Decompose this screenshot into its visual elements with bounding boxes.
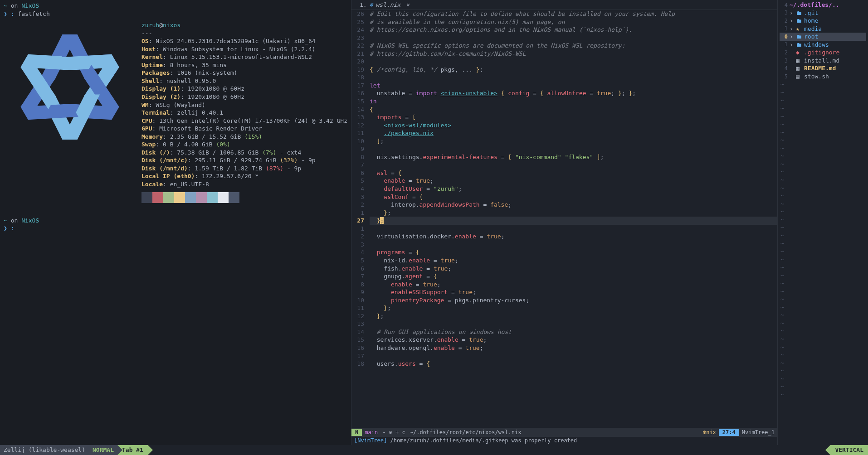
code-line[interactable] [370, 58, 777, 66]
info-row: Locale: en_US.UTF-8 [141, 180, 347, 189]
code-line[interactable]: # Run GUI applications on windows host [370, 328, 777, 336]
tree-item[interactable]: 2 ◆.gitignore [780, 48, 866, 57]
info-at: @ [159, 22, 163, 29]
message-tag: [NvimTree] [354, 437, 387, 444]
prompt-line-1: ~ on NixOS [4, 2, 347, 10]
info-user: zuruh [141, 22, 159, 29]
info-row: Display (2): 1920x1080 @ 60Hz [141, 93, 347, 101]
code-line[interactable]: { [370, 106, 777, 114]
color-palette [141, 192, 347, 203]
color-swatch [229, 192, 239, 203]
code-lines[interactable]: # Edit this configuration file to define… [368, 10, 777, 428]
editor-pane: 1. ❄ wsl.nix × 2625242322212019181716151… [351, 0, 868, 445]
info-row: Disk (/): 75.38 GiB / 1006.85 GiB (7%) -… [141, 149, 347, 157]
code-line[interactable] [370, 352, 777, 360]
info-row: Display (1): 1920x1080 @ 60Hz [141, 85, 347, 93]
prompt-on: on [7, 2, 21, 9]
fastfetch-info: zuruh@nixos --- OS: NixOS 24.05.2310.7dc… [141, 21, 347, 203]
tab-wsl-nix[interactable]: 1. ❄ wsl.nix × [355, 1, 414, 9]
info-row: Disk (/mnt/c): 295.11 GiB / 929.74 GiB (… [141, 156, 347, 165]
zellij-mode: NORMAL [89, 445, 117, 455]
info-row: Uptime: 8 hours, 35 mins [141, 61, 347, 69]
code-line[interactable]: }; [370, 217, 777, 225]
code-line[interactable]: # https://github.com/nix-community/NixOS… [370, 50, 777, 58]
code-line[interactable]: fish.enable = true; [370, 265, 777, 273]
tree-item[interactable]: 3 ▦install.md [780, 57, 866, 65]
info-row: Swap: 0 B / 4.00 GiB (0%) [141, 140, 347, 149]
code-line[interactable]: users.users = { [370, 360, 777, 368]
prompt-line-3: ~ on NixOS [4, 217, 347, 225]
code-line[interactable]: hardware.opengl.enable = true; [370, 344, 777, 352]
tree-item[interactable]: 2›🖿home [780, 17, 866, 25]
tree-header[interactable]: 4~/.dotfiles/.. [780, 1, 866, 9]
code-line[interactable] [370, 73, 777, 82]
git-status: - ⊙ + c [380, 429, 407, 436]
code-line[interactable]: # https://search.nixos.org/options and i… [370, 26, 777, 34]
editor-area: 1. ❄ wsl.nix × 2625242322212019181716151… [351, 0, 777, 445]
code-line[interactable]: virtualisation.docker.enable = true; [370, 232, 777, 241]
code-line[interactable]: enable = true; [370, 281, 777, 289]
code-line[interactable]: gnupg.agent = { [370, 272, 777, 281]
code-line[interactable]: pinentryPackage = pkgs.pinentry-curses; [370, 296, 777, 305]
code-line[interactable]: unstable = import <nixos-unstable> { con… [370, 89, 777, 97]
info-row: Shell: nushell 0.95.0 [141, 77, 347, 85]
code-line[interactable]: services.xserver.enable = true; [370, 336, 777, 344]
info-userhost: zuruh@nixos [141, 21, 347, 29]
tree-item[interactable]: 5 ▤stow.sh [780, 73, 866, 81]
close-icon[interactable]: × [406, 1, 410, 9]
tab-number: 1. [360, 1, 367, 9]
code-line[interactable]: let [370, 82, 777, 90]
code-line[interactable] [370, 241, 777, 249]
code-line[interactable]: ]; [370, 137, 777, 145]
color-swatch [141, 192, 152, 203]
code-area[interactable]: 2625242322212019181716151413121110987654… [351, 10, 777, 428]
zellij-session: Zellij (likable-weasel) [0, 445, 89, 455]
code-line[interactable] [370, 161, 777, 169]
prompt-line-4[interactable]: ❯ : [4, 224, 347, 232]
code-line[interactable]: imports = [ [370, 113, 777, 121]
code-line[interactable]: enable = true; [370, 177, 777, 185]
color-swatch [218, 192, 229, 203]
code-line[interactable]: enableSSHSupport = true; [370, 288, 777, 296]
code-line[interactable]: }; [370, 312, 777, 320]
code-line[interactable]: # is available in the configuration.nix(… [370, 18, 777, 26]
tab-bar: 1. ❄ wsl.nix × [351, 0, 777, 10]
code-line[interactable] [370, 34, 777, 42]
code-line[interactable]: ./packages.nix [370, 129, 777, 137]
code-line[interactable]: wslConf = { [370, 193, 777, 201]
prompt-os: NixOS [21, 2, 39, 9]
code-line[interactable] [370, 225, 777, 233]
code-line[interactable]: interop.appendWindowsPath = false; [370, 201, 777, 209]
code-line[interactable]: programs = { [370, 248, 777, 257]
tree-item[interactable]: 3›🖿.git [780, 9, 866, 17]
tree-item[interactable]: 0›🖿root [780, 33, 866, 41]
info-row: Kernel: Linux 5.15.153.1-microsoft-stand… [141, 53, 347, 61]
info-host: nixos [163, 22, 180, 29]
code-line[interactable]: <nixos-wsl/modules> [370, 121, 777, 130]
terminal-pane[interactable]: ~ on NixOS ❯ : fastfetch [0, 0, 351, 445]
code-line[interactable]: }; [370, 304, 777, 312]
code-line[interactable]: defaultUser = "zuruh"; [370, 185, 777, 193]
mode-indicator: N [351, 429, 362, 436]
code-line[interactable]: { /*config, lib, */ pkgs, ... }: [370, 66, 777, 74]
code-line[interactable]: nix-ld.enable = true; [370, 257, 777, 265]
cursor-position: 27:4 [719, 429, 739, 436]
code-line[interactable]: wsl = { [370, 169, 777, 177]
command-text: fastfetch [18, 10, 49, 17]
file-tree[interactable]: 4~/.dotfiles/..3›🖿.git2›🖿home1›★media0›🖿… [777, 0, 868, 445]
code-line[interactable]: nix.settings.experimental-features = [ "… [370, 153, 777, 161]
code-line[interactable] [370, 320, 777, 328]
tree-item[interactable]: 4 ▦README.md [780, 64, 866, 73]
code-line[interactable]: # Edit this configuration file to define… [370, 10, 777, 18]
code-line[interactable]: in [370, 97, 777, 106]
code-line[interactable]: # NixOS-WSL specific options are documen… [370, 42, 777, 50]
nix-icon: ❄ [370, 1, 373, 9]
tree-item[interactable]: 1›🖿windows [780, 41, 866, 49]
prompt-char: ❯ : [4, 10, 18, 17]
code-line[interactable]: }; [370, 209, 777, 217]
tree-item[interactable]: 1›★media [780, 25, 866, 33]
zellij-layout: VERTICAL [830, 445, 868, 455]
tree-label: NvimTree_1 [739, 429, 777, 436]
code-line[interactable] [370, 145, 777, 153]
file-path: ~/.dotfiles/root/etc/nixos/wsl.nix [407, 429, 700, 436]
